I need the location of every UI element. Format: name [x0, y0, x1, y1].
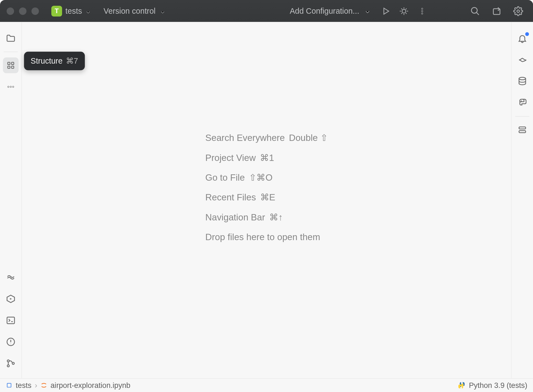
svg-point-6	[517, 10, 519, 12]
module-icon	[6, 382, 12, 388]
breadcrumb-file: airport-exploration.ipynb	[51, 381, 130, 390]
project-tool-button[interactable]	[3, 31, 19, 46]
hint-shortcut: ⇧⌘O	[249, 172, 273, 183]
left-tool-sidebar	[0, 22, 22, 378]
run-configuration-dropdown[interactable]: Add Configuration...	[290, 6, 370, 15]
svg-point-4	[472, 7, 477, 13]
svg-rect-7	[8, 62, 10, 64]
run-button[interactable]	[381, 6, 391, 16]
tooltip-label: Structure	[31, 57, 63, 66]
chevron-down-icon	[85, 8, 91, 14]
hint-row: Project View ⌘1	[205, 152, 328, 163]
jupyter-icon	[41, 382, 47, 388]
hint-label: Search Everywhere	[205, 133, 285, 143]
drop-hint-text: Drop files here to open them	[205, 232, 320, 243]
right-tool-sidebar	[511, 22, 533, 378]
svg-rect-9	[8, 66, 10, 68]
more-actions-button[interactable]	[417, 6, 427, 16]
search-button[interactable]	[470, 6, 480, 16]
ai-assistant-tool-button[interactable]	[514, 52, 530, 68]
sidebar-divider	[4, 52, 18, 52]
hint-shortcut: ⌘1	[260, 152, 274, 163]
version-control-label: Version control	[103, 6, 156, 15]
hint-row: Navigation Bar ⌘↑	[205, 212, 328, 223]
database-tool-button[interactable]	[514, 73, 530, 89]
settings-button[interactable]	[513, 6, 523, 16]
tooltip-shortcut: ⌘7	[66, 56, 78, 66]
python-console-tool-button[interactable]	[514, 95, 530, 111]
empty-editor-hints: Search Everywhere Double ⇧ Project View …	[205, 133, 328, 243]
interpreter-selector[interactable]: Python 3.9 (tests)	[457, 381, 527, 390]
hint-shortcut: ⌘↑	[269, 212, 283, 223]
python-icon	[457, 381, 465, 389]
structure-tool-button[interactable]	[3, 58, 19, 73]
hint-label: Project View	[205, 152, 256, 163]
status-bar: tests › airport-exploration.ipynb Python…	[0, 378, 533, 392]
chevron-down-icon	[160, 8, 165, 14]
version-control-dropdown[interactable]: Version control	[103, 6, 165, 15]
hint-row: Recent Files ⌘E	[205, 192, 328, 203]
editor-area[interactable]: Search Everywhere Double ⇧ Project View …	[22, 22, 511, 378]
breadcrumb[interactable]: tests › airport-exploration.ipynb	[6, 381, 130, 390]
svg-point-3	[422, 13, 423, 14]
services-tool-button[interactable]	[3, 291, 19, 307]
notification-dot-icon	[525, 32, 529, 36]
hint-label: Recent Files	[205, 192, 256, 203]
chevron-right-icon: ›	[35, 381, 37, 390]
maximize-window-button[interactable]	[32, 7, 39, 15]
vcs-tool-button[interactable]	[3, 356, 19, 371]
notifications-tool-button[interactable]	[514, 31, 530, 46]
python-packages-tool-button[interactable]	[3, 269, 19, 285]
hint-row: Go to File ⇧⌘O	[205, 172, 328, 183]
svg-point-11	[8, 86, 9, 87]
svg-rect-21	[519, 131, 526, 133]
problems-tool-button[interactable]	[3, 334, 19, 350]
chevron-down-icon	[364, 8, 370, 14]
jupyter-variables-tool-button[interactable]	[514, 122, 530, 138]
svg-point-12	[10, 86, 12, 87]
update-button[interactable]	[492, 6, 502, 16]
svg-point-2	[422, 10, 423, 12]
interpreter-label: Python 3.9 (tests)	[469, 381, 527, 390]
svg-point-18	[12, 362, 14, 365]
svg-point-16	[7, 360, 9, 362]
minimize-window-button[interactable]	[19, 7, 26, 15]
drop-hint: Drop files here to open them	[205, 232, 328, 243]
hint-shortcut: Double ⇧	[289, 133, 328, 143]
more-tools-button[interactable]	[3, 79, 19, 95]
title-bar: T tests Version control Add Configuratio…	[0, 0, 533, 22]
svg-rect-22	[7, 383, 11, 387]
close-window-button[interactable]	[7, 7, 14, 15]
sidebar-divider	[515, 116, 529, 117]
svg-rect-8	[12, 62, 14, 64]
hint-row: Search Everywhere Double ⇧	[205, 133, 328, 143]
terminal-tool-button[interactable]	[3, 313, 19, 328]
project-selector[interactable]: T tests	[51, 5, 91, 16]
run-configuration-label: Add Configuration...	[290, 6, 359, 15]
debug-button[interactable]	[399, 6, 409, 16]
svg-rect-20	[519, 127, 526, 129]
svg-point-0	[402, 9, 406, 13]
project-letter-badge: T	[51, 5, 62, 16]
svg-point-13	[12, 86, 14, 87]
breadcrumb-root: tests	[16, 381, 31, 390]
hint-label: Navigation Bar	[205, 212, 265, 223]
structure-tooltip: Structure ⌘7	[24, 52, 85, 70]
svg-point-19	[519, 77, 526, 80]
hint-label: Go to File	[205, 172, 245, 183]
hint-shortcut: ⌘E	[260, 192, 275, 203]
svg-point-17	[7, 365, 9, 367]
svg-rect-10	[12, 66, 14, 68]
project-name: tests	[65, 6, 82, 15]
svg-point-1	[422, 8, 423, 9]
window-controls	[7, 7, 39, 15]
svg-rect-14	[7, 317, 15, 324]
